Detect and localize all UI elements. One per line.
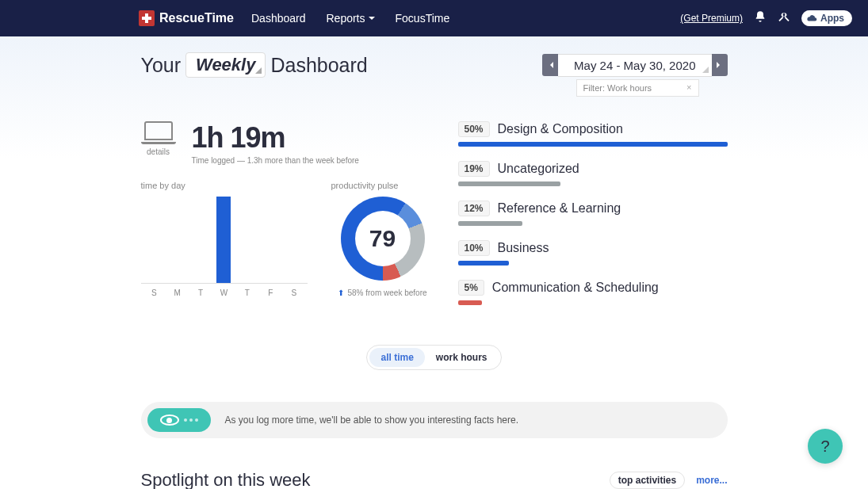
category-item[interactable]: 12%Reference & Learning bbox=[458, 201, 728, 226]
logo[interactable]: RescueTime bbox=[139, 10, 234, 26]
category-item[interactable]: 50%Design & Composition bbox=[458, 121, 728, 147]
time-by-day-chart[interactable] bbox=[141, 197, 308, 284]
category-name: Reference & Learning bbox=[498, 201, 621, 216]
banner-text: As you log more time, we'll be able to s… bbox=[225, 415, 518, 426]
day-tick: M bbox=[167, 288, 187, 297]
category-bar bbox=[458, 221, 523, 226]
page-title: Your Weekly Dashboard bbox=[141, 52, 368, 78]
apps-button[interactable]: Apps bbox=[801, 10, 852, 26]
pulse-change: ⬆ 58% from week before bbox=[338, 288, 426, 297]
details-link[interactable]: details bbox=[141, 147, 176, 156]
day-tick: T bbox=[237, 288, 257, 297]
device-summary[interactable]: details bbox=[141, 121, 176, 156]
page-header: Your Weekly Dashboard May 24 - May 30, 2… bbox=[141, 52, 728, 78]
category-bar bbox=[458, 261, 510, 266]
more-link[interactable]: more... bbox=[696, 475, 727, 486]
category-item[interactable]: 10%Business bbox=[458, 240, 728, 266]
productivity-pulse-chart[interactable]: 79 bbox=[341, 197, 425, 281]
brand-name: RescueTime bbox=[159, 11, 234, 25]
pulse-score: 79 bbox=[355, 211, 411, 266]
spotlight-title: Spotlight on this week bbox=[141, 470, 311, 489]
logo-icon bbox=[139, 10, 155, 26]
day-tick: F bbox=[261, 288, 281, 297]
pulse-label: productivity pulse bbox=[331, 181, 434, 190]
navbar: RescueTime Dashboard Reports FocusTime (… bbox=[0, 0, 868, 36]
date-next-button[interactable] bbox=[712, 54, 728, 76]
category-name: Communication & Scheduling bbox=[492, 281, 659, 295]
close-icon[interactable]: × bbox=[686, 82, 691, 92]
category-bar bbox=[458, 300, 483, 305]
category-name: Design & Composition bbox=[498, 122, 623, 136]
day-tick: S bbox=[144, 288, 164, 297]
category-pct: 12% bbox=[458, 201, 490, 216]
category-bar bbox=[458, 181, 560, 186]
nav-focustime[interactable]: FocusTime bbox=[396, 12, 450, 25]
cloud-icon bbox=[806, 14, 817, 22]
nav-dashboard[interactable]: Dashboard bbox=[251, 12, 306, 25]
tools-icon[interactable] bbox=[778, 10, 790, 26]
get-premium-link[interactable]: (Get Premium) bbox=[680, 13, 743, 24]
help-button[interactable]: ? bbox=[808, 429, 843, 464]
top-activities-button[interactable]: top activities bbox=[610, 472, 685, 489]
eye-icon bbox=[160, 415, 179, 426]
timer-widget[interactable] bbox=[629, 16, 669, 21]
category-bar bbox=[458, 142, 728, 147]
time-logged-subtext: Time logged — 1.3h more than the week be… bbox=[192, 156, 359, 165]
arrow-up-icon: ⬆ bbox=[338, 288, 344, 297]
date-range-select[interactable]: May 24 - May 30, 2020 bbox=[558, 54, 711, 77]
period-select[interactable]: Weekly bbox=[185, 52, 266, 78]
eye-badge bbox=[147, 408, 211, 432]
category-name: Business bbox=[498, 241, 549, 255]
day-tick: W bbox=[214, 288, 234, 297]
day-tick: T bbox=[190, 288, 210, 297]
category-pct: 5% bbox=[458, 280, 484, 296]
time-logged-value: 1h 19m bbox=[192, 121, 359, 155]
date-navigator: May 24 - May 30, 2020 bbox=[542, 54, 727, 77]
category-name: Uncategorized bbox=[498, 162, 579, 176]
laptop-icon bbox=[144, 121, 173, 140]
insights-banner: As you log more time, we'll be able to s… bbox=[141, 402, 728, 438]
date-prev-button[interactable] bbox=[542, 54, 558, 76]
nav-reports[interactable]: Reports bbox=[326, 12, 374, 25]
category-item[interactable]: 5%Communication & Scheduling bbox=[458, 280, 728, 305]
timer-bar bbox=[629, 16, 669, 21]
category-pct: 50% bbox=[458, 121, 490, 137]
bar-W[interactable] bbox=[216, 197, 231, 283]
chevron-down-icon bbox=[369, 17, 375, 23]
category-item[interactable]: 19%Uncategorized bbox=[458, 161, 728, 186]
toggle-work-hours[interactable]: work hours bbox=[425, 348, 499, 367]
toggle-all-time[interactable]: all time bbox=[369, 348, 424, 367]
category-pct: 10% bbox=[458, 240, 490, 256]
time-by-day-label: time by day bbox=[141, 181, 308, 190]
bell-icon[interactable] bbox=[754, 10, 767, 26]
day-tick: S bbox=[284, 288, 304, 297]
filter-chip[interactable]: Filter: Work hours × bbox=[576, 79, 699, 97]
category-pct: 19% bbox=[458, 161, 490, 177]
category-list: 50%Design & Composition19%Uncategorized1… bbox=[458, 121, 728, 319]
time-scope-toggle: all time work hours bbox=[141, 345, 728, 370]
